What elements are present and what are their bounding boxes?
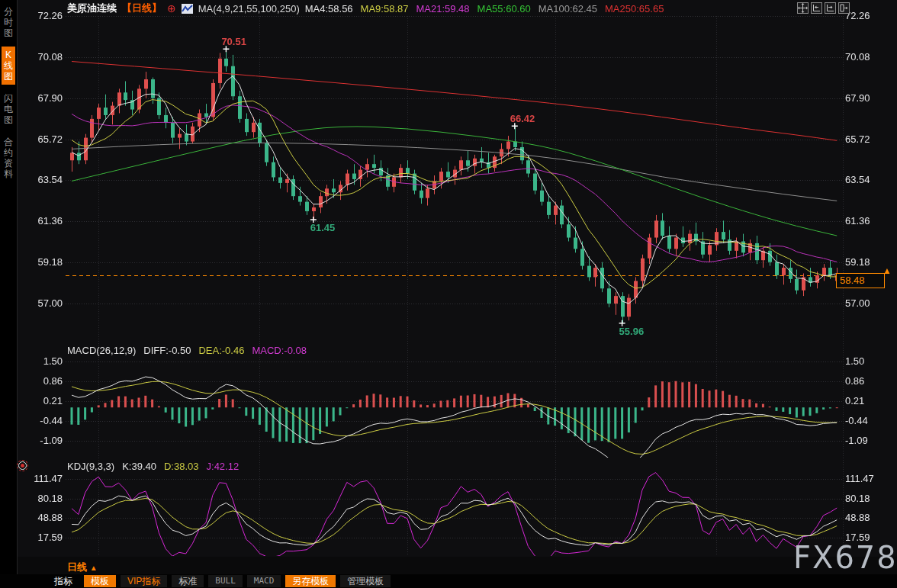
- kdj-legend-item-2: D:38.03: [164, 461, 199, 472]
- kdj-axis-tick-label: 111.47: [21, 473, 63, 484]
- macd-legend-item-1: DIFF:-0.50: [143, 345, 191, 356]
- kdj-legend-item-0: KDJ(9,3,3): [67, 461, 114, 472]
- header-tool-icons: [797, 2, 850, 14]
- period-quick-selector[interactable]: 日线 ▲: [67, 561, 98, 574]
- kdj-axis-tick-label: 111.47: [845, 473, 891, 484]
- sidebar: 分时图K线图闪电图合约资料: [0, 0, 18, 588]
- kdj-axis-tick-label: 80.18: [845, 493, 891, 504]
- symbol-name: 美原油连续: [67, 2, 117, 15]
- last-price-tag: 58.48: [836, 273, 885, 288]
- pan-icon[interactable]: [797, 2, 809, 14]
- macd-legend-item-2: DEA:-0.46: [198, 345, 244, 356]
- chart-header: 美原油连续 【日线】 ⊕ MA(4,9,21,55,100,250) MA4:5…: [67, 2, 664, 15]
- toolbar-button-4[interactable]: BULL: [208, 575, 243, 587]
- chart-style-icon[interactable]: [182, 4, 193, 14]
- kdj-axis-tick-label: 48.88: [21, 512, 63, 523]
- circled-plus-icon[interactable]: ⊕: [167, 2, 176, 14]
- chart-canvas[interactable]: [0, 0, 897, 588]
- pop-out-icon[interactable]: [838, 2, 850, 14]
- macd-axis-tick-label: -1.09: [21, 435, 63, 446]
- high-price-annotation: 66.42: [510, 113, 535, 124]
- price-axis-tick-label: 63.54: [21, 174, 63, 185]
- toolbar-button-5[interactable]: MACD: [247, 575, 281, 587]
- macd-legend-item-3: MACD:-0.08: [252, 345, 307, 356]
- toolbar-button-6[interactable]: 另存模板: [285, 575, 336, 587]
- bottom-toolbar: 指标模板VIP指标标准BULLMACD另存模板管理模板: [0, 574, 897, 588]
- kdj-axis-tick-label: 48.88: [845, 512, 891, 523]
- price-axis-tick-label: 57.00: [21, 297, 63, 309]
- macd-axis-tick-label: -0.44: [21, 415, 63, 426]
- macd-axis-tick-label: 0.86: [21, 375, 63, 387]
- ma-value-3: MA55:60.60: [477, 3, 531, 14]
- period-arrow-icon: ▲: [90, 564, 98, 572]
- last-price-value: 58.48: [840, 275, 865, 286]
- sidebar-item-0[interactable]: 分时图: [2, 3, 15, 41]
- watermark: FX678: [793, 540, 897, 575]
- macd-axis-tick-label: 1.50: [21, 355, 63, 367]
- low-price-annotation: 61.45: [310, 222, 336, 233]
- price-axis-tick-label: 67.90: [21, 92, 63, 104]
- price-axis-tick-label: 65.72: [21, 133, 63, 145]
- price-axis-tick-label: 57.00: [845, 297, 891, 309]
- kdj-legend-item-3: J:42.12: [207, 461, 240, 472]
- toolbar-button-0[interactable]: 指标: [47, 575, 79, 587]
- price-axis-tick-label: 70.08: [21, 51, 63, 63]
- macd-legend: MACD(26,12,9)DIFF:-0.50DEA:-0.46MACD:-0.…: [67, 345, 307, 356]
- macd-legend-item-0: MACD(26,12,9): [67, 345, 136, 356]
- date-axis-row: 2025/072025/082025/092025/102025/11: [0, 557, 897, 574]
- sidebar-item-3[interactable]: 合约资料: [2, 133, 15, 182]
- kdj-axis-tick-label: 80.18: [21, 493, 63, 504]
- sidebar-item-2[interactable]: 闪电图: [2, 90, 15, 128]
- macd-axis-tick-label: 0.21: [845, 395, 891, 406]
- ma-values: MA4:58.56MA9:58.87MA21:59.48MA55:60.60MA…: [305, 3, 664, 14]
- period-quick-label: 日线: [67, 561, 87, 573]
- toolbar-button-7[interactable]: 管理模板: [340, 575, 391, 587]
- macd-axis-tick-label: -0.44: [845, 415, 891, 426]
- low-price-annotation: 55.96: [619, 326, 645, 337]
- macd-axis-tick-label: 1.50: [845, 355, 891, 367]
- macd-axis-tick-label: 0.21: [21, 395, 63, 406]
- ma-settings-label: MA(4,9,21,55,100,250): [198, 3, 300, 14]
- ma-value-4: MA100:62.45: [539, 3, 597, 14]
- price-axis-tick-label: 59.18: [21, 256, 63, 268]
- kdj-axis-tick-label: 17.59: [21, 532, 63, 543]
- toolbar-button-1[interactable]: 模板: [84, 575, 116, 587]
- sidebar-item-1[interactable]: K线图: [2, 47, 15, 85]
- record-icon[interactable]: [18, 461, 27, 470]
- price-axis-tick-label: 63.54: [845, 174, 891, 185]
- axis-zoom-right-icon[interactable]: [825, 2, 836, 14]
- toolbar-button-2[interactable]: VIP指标: [121, 575, 167, 587]
- price-axis-tick-label: 61.36: [845, 215, 891, 227]
- macd-axis-tick-label: -1.09: [845, 435, 891, 446]
- price-axis-tick-label: 72.26: [21, 10, 63, 21]
- macd-axis-tick-label: 0.86: [845, 375, 891, 387]
- price-up-arrow-icon: ▲: [883, 265, 892, 276]
- high-price-annotation: 70.51: [221, 36, 246, 47]
- chart-app: 分时图K线图闪电图合约资料 美原油连续 【日线】 ⊕ MA(4,9,21,55,…: [0, 0, 897, 588]
- axis-zoom-left-icon[interactable]: [811, 2, 822, 14]
- ma-value-0: MA4:58.56: [305, 3, 353, 14]
- price-axis-tick-label: 67.90: [845, 92, 891, 104]
- price-axis-tick-label: 72.26: [845, 10, 891, 21]
- kdj-legend-item-1: K:39.40: [122, 461, 156, 472]
- period-selector[interactable]: 【日线】: [122, 2, 162, 15]
- price-axis-tick-label: 61.36: [21, 215, 63, 227]
- ma-value-1: MA9:58.87: [361, 3, 409, 14]
- ma-value-2: MA21:59.48: [416, 3, 469, 14]
- kdj-legend: KDJ(9,3,3)K:39.40D:38.03J:42.12: [67, 461, 239, 472]
- toolbar-button-3[interactable]: 标准: [172, 575, 204, 587]
- price-axis-tick-label: 65.72: [845, 133, 891, 145]
- price-axis-tick-label: 70.08: [845, 51, 891, 63]
- ma-value-5: MA250:65.65: [605, 3, 664, 14]
